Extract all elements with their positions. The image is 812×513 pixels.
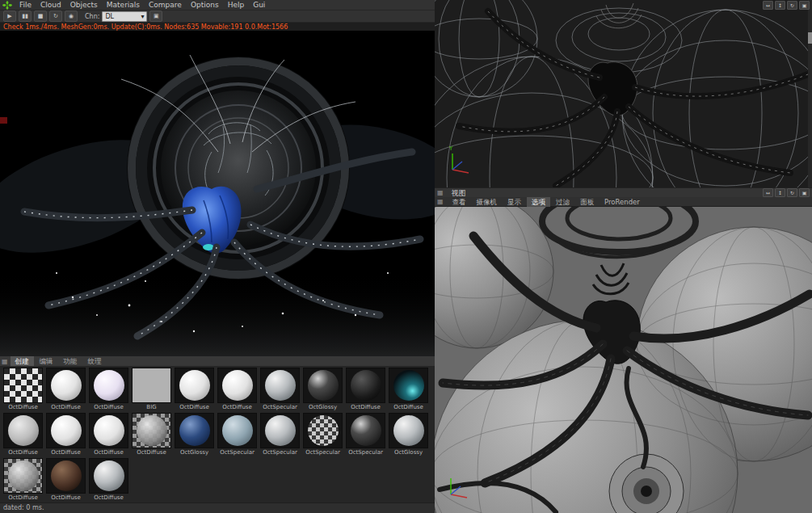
material-thumbnail[interactable]: [89, 458, 128, 494]
menu-objects[interactable]: Objects: [66, 0, 102, 10]
tab-panel[interactable]: 面板: [575, 197, 599, 207]
material-item[interactable]: OctGlossy: [173, 412, 216, 457]
application-window: File Cloud Objects Materials Compare Opt…: [0, 0, 812, 513]
material-item[interactable]: OctDiffuse: [2, 412, 44, 457]
zoom-view-icon[interactable]: ↕: [775, 188, 785, 197]
material-thumbnail[interactable]: [3, 368, 43, 403]
material-label: OctDiffuse: [87, 448, 130, 456]
material-thumbnail[interactable]: [89, 368, 128, 403]
menu-gui[interactable]: Gui: [249, 0, 269, 10]
material-item[interactable]: OctDiffuse: [87, 412, 130, 457]
material-item[interactable]: OctDiffuse: [87, 367, 130, 412]
tab-view[interactable]: 查看: [448, 197, 471, 207]
tab-display[interactable]: 显示: [503, 197, 526, 207]
tab-prorender[interactable]: ProRender: [600, 197, 645, 207]
material-thumbnail[interactable]: [389, 368, 428, 403]
toggle-view-icon[interactable]: ▣: [799, 1, 810, 10]
refresh-icon[interactable]: ↻: [49, 11, 62, 22]
material-label: OctDiffuse: [2, 403, 44, 411]
focus-picker-icon[interactable]: ◉: [65, 11, 78, 22]
material-thumbnail[interactable]: [260, 413, 300, 448]
material-item[interactable]: OctGlossy: [301, 367, 344, 412]
menu-file[interactable]: File: [15, 0, 36, 10]
grid-icon: ▦: [437, 189, 444, 196]
material-item[interactable]: OctDiffuse: [344, 367, 387, 412]
material-item[interactable]: OctDiffuse: [2, 367, 44, 412]
material-sphere: [179, 370, 210, 401]
material-thumbnail[interactable]: [46, 458, 86, 494]
pan-view-icon[interactable]: ↔: [763, 188, 773, 197]
scrollbar-thumb[interactable]: [808, 32, 812, 44]
tab-filter[interactable]: 过滤: [551, 197, 574, 207]
grid-icon: ▦: [2, 358, 8, 365]
pan-view-icon[interactable]: ↔: [763, 1, 773, 10]
material-item[interactable]: OctSpecular: [301, 412, 344, 457]
material-item[interactable]: OctDiffuse: [216, 367, 259, 412]
material-item[interactable]: OctSpecular: [344, 412, 387, 457]
tab-cameras[interactable]: 摄像机: [472, 197, 503, 207]
wireframe-viewport[interactable]: Y ↔ ↕ ↻ ▣: [435, 0, 812, 187]
material-sphere: [179, 415, 210, 446]
material-thumbnail[interactable]: [346, 368, 385, 403]
menu-compare[interactable]: Compare: [145, 0, 186, 10]
material-item[interactable]: OctSpecular: [259, 367, 301, 412]
material-thumbnail[interactable]: [3, 413, 43, 448]
material-thumbnail[interactable]: [132, 413, 171, 448]
material-thumbnail[interactable]: [303, 368, 343, 403]
material-thumbnail[interactable]: [132, 368, 171, 403]
material-item[interactable]: OctDiffuse: [130, 412, 173, 457]
material-thumbnail[interactable]: [89, 413, 128, 448]
material-thumbnail[interactable]: [3, 458, 43, 494]
material-item[interactable]: OctGlossy: [387, 412, 430, 457]
menu-cloud[interactable]: Cloud: [36, 0, 65, 10]
menu-materials[interactable]: Materials: [103, 0, 144, 10]
material-label: OctSpecular: [216, 448, 259, 456]
render-status-line: Check 1ms./4ms. MeshGen:0ms. Update(C):0…: [0, 23, 435, 31]
tab-edit[interactable]: 编辑: [35, 356, 58, 366]
material-manager-tabbar: ▦ 创建 编辑 功能 纹理: [0, 356, 435, 367]
tab-function[interactable]: 功能: [59, 356, 82, 366]
material-sphere: [308, 370, 339, 401]
material-item[interactable]: OctSpecular: [259, 412, 301, 457]
material-item[interactable]: OctDiffuse: [2, 457, 44, 502]
material-item[interactable]: OctDiffuse: [44, 457, 87, 502]
tab-create[interactable]: 创建: [11, 356, 34, 366]
material-thumbnail[interactable]: [260, 368, 300, 403]
material-thumbnail[interactable]: [303, 413, 343, 448]
pause-icon[interactable]: ▮▮: [19, 11, 32, 22]
material-label: OctDiffuse: [44, 494, 87, 502]
channel-dropdown[interactable]: DL ▾: [102, 11, 147, 22]
material-thumbnail[interactable]: [217, 368, 257, 403]
tab-options[interactable]: 选项: [527, 197, 550, 207]
settings-icon[interactable]: ▣: [149, 11, 162, 22]
toggle-view-icon[interactable]: ▣: [799, 188, 810, 197]
tab-texture[interactable]: 纹理: [83, 356, 107, 366]
material-thumbnail[interactable]: [389, 413, 428, 448]
material-item[interactable]: OctDiffuse: [87, 457, 130, 502]
material-thumbnail[interactable]: [46, 368, 86, 403]
material-thumbnail[interactable]: [175, 368, 214, 403]
viewport-scrollbar[interactable]: [808, 0, 812, 187]
material-thumbnail[interactable]: [175, 413, 214, 448]
material-item[interactable]: OctDiffuse: [387, 367, 430, 412]
material-item[interactable]: BIG: [130, 367, 173, 412]
material-thumbnail[interactable]: [217, 413, 257, 448]
channel-label: Chn:: [85, 13, 99, 20]
rotate-view-icon[interactable]: ↻: [787, 1, 797, 10]
material-thumbnail[interactable]: [346, 413, 385, 448]
material-item[interactable]: OctDiffuse: [173, 367, 216, 412]
octane-menubar: File Cloud Objects Materials Compare Opt…: [0, 0, 435, 10]
play-icon[interactable]: ▶: [3, 11, 16, 22]
material-item[interactable]: OctSpecular: [216, 412, 259, 457]
render-viewport[interactable]: [0, 31, 435, 356]
c4d-viewport-panel: Y ↔ ↕ ↻ ▣ ▦ 视图 ↔ ↕ ↻ ▣ ▦ 查看 摄像机: [435, 0, 812, 513]
zoom-view-icon[interactable]: ↕: [775, 1, 785, 10]
menu-help[interactable]: Help: [224, 0, 249, 10]
material-item[interactable]: OctDiffuse: [44, 367, 87, 412]
shaded-viewport[interactable]: [435, 207, 812, 513]
stop-icon[interactable]: ■: [34, 11, 47, 22]
material-item[interactable]: OctDiffuse: [44, 412, 87, 457]
rotate-view-icon[interactable]: ↻: [787, 188, 797, 197]
menu-options[interactable]: Options: [187, 0, 223, 10]
material-thumbnail[interactable]: [46, 413, 86, 448]
